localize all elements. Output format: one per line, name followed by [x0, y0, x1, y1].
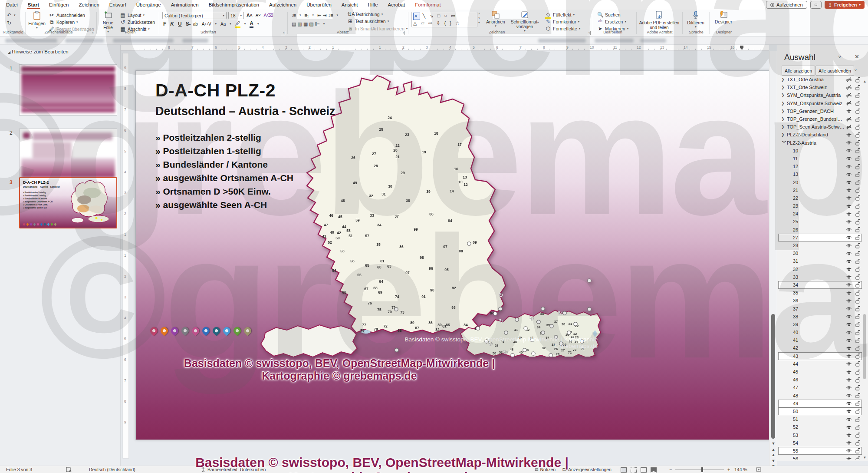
eye-visible-icon[interactable]	[845, 243, 853, 248]
slideshow-view-icon[interactable]	[651, 467, 657, 473]
unlock-icon[interactable]	[853, 85, 862, 90]
unlock-icon[interactable]	[853, 77, 862, 83]
unlock-icon[interactable]	[853, 353, 862, 359]
layer-row-39[interactable]: 39	[778, 321, 862, 328]
eye-visible-icon[interactable]	[845, 314, 853, 319]
unlock-icon[interactable]	[853, 93, 862, 98]
unlock-icon[interactable]	[853, 274, 862, 280]
display-settings[interactable]: 🗔Anzeigeeinstellungen	[562, 467, 612, 472]
menu-tab-überprüfen[interactable]: Überprüfen	[306, 1, 332, 9]
layer-row-TOP_Grenzen_Bundesl_nder_K_[interactable]: ❯TOP_Grenzen_Bundesländer/K...	[778, 115, 862, 123]
collapse-ribbon-chevron[interactable]: ˅	[665, 30, 667, 35]
reset-button[interactable]: ↺Zurücksetzen	[120, 19, 155, 25]
share-button[interactable]: ↥Freigeben▾	[825, 1, 865, 9]
move-down-button[interactable]: ˅	[852, 66, 859, 75]
layer-row-37[interactable]: 37	[778, 304, 862, 312]
layer-row-27[interactable]: 27	[778, 234, 862, 241]
unlock-icon[interactable]	[853, 235, 862, 240]
unlock-icon[interactable]	[853, 345, 862, 351]
eye-visible-icon[interactable]	[845, 369, 853, 375]
eye-visible-icon[interactable]	[845, 227, 853, 232]
unlock-icon[interactable]	[853, 408, 862, 414]
new-slide-button[interactable]: Neue Folie▾	[99, 11, 117, 33]
eye-visible-icon[interactable]	[845, 440, 853, 446]
eye-visible-icon[interactable]	[845, 393, 853, 398]
eye-visible-icon[interactable]	[845, 432, 853, 438]
unlock-icon[interactable]	[853, 361, 862, 367]
comments-button[interactable]	[810, 1, 822, 9]
eye-visible-icon[interactable]	[845, 377, 853, 383]
eye-visible-icon[interactable]	[845, 155, 853, 161]
unlock-icon[interactable]	[853, 282, 862, 288]
eye-visible-icon[interactable]	[845, 345, 853, 351]
previous-slide-button[interactable]: ▲▲	[769, 447, 777, 457]
layer-row-30[interactable]: 30	[778, 249, 862, 257]
slide-editing-surface[interactable]: D-A-CH PLZ-2 Deutschland – Austria - Sch…	[135, 70, 792, 440]
pane-scrollbar-thumb[interactable]	[863, 314, 866, 379]
unlock-icon[interactable]	[853, 377, 862, 383]
pane-scroll-up[interactable]: ▲	[863, 79, 867, 83]
layer-row-24[interactable]: 24	[778, 210, 862, 218]
expand-chevron-icon[interactable]: ❯	[781, 101, 787, 106]
layer-row-26[interactable]: 26	[778, 226, 862, 234]
highlight-color-button[interactable]: 🖊	[235, 20, 240, 28]
align-buttons[interactable]: ▤ ▥ ▦ ▧ ‖≡▾	[292, 21, 325, 27]
menu-tab-datei[interactable]: Datei	[5, 1, 19, 9]
record-button[interactable]: Aufzeichnen	[766, 1, 807, 9]
unlock-icon[interactable]	[853, 314, 862, 319]
layout-button[interactable]: ▤Layout▾	[120, 12, 145, 18]
horizontal-ruler[interactable]: 8765432112345678910111213141516	[121, 45, 769, 51]
unlock-icon[interactable]	[853, 290, 862, 296]
eye-visible-icon[interactable]	[845, 235, 853, 240]
eye-visible-icon[interactable]	[845, 337, 853, 343]
unlock-icon[interactable]	[853, 203, 862, 209]
eye-hidden-icon[interactable]	[845, 100, 853, 106]
eye-visible-icon[interactable]	[845, 148, 853, 153]
reading-view-icon[interactable]	[641, 467, 647, 473]
unlock-icon[interactable]	[853, 100, 862, 106]
unlock-icon[interactable]	[853, 417, 862, 422]
layer-row-32[interactable]: 32	[778, 265, 862, 273]
eye-visible-icon[interactable]	[845, 385, 853, 390]
expand-chevron-icon[interactable]: ❯	[781, 117, 787, 121]
menu-tab-acrobat[interactable]: Acrobat	[387, 1, 406, 9]
unlock-icon[interactable]	[853, 385, 862, 390]
unlock-icon[interactable]	[853, 440, 862, 446]
zoom-slider-track[interactable]	[675, 470, 724, 470]
undo-button[interactable]: ↶▾	[6, 12, 16, 18]
pane-scrollbar[interactable]: ▲ ▼	[863, 79, 867, 460]
dictate-button[interactable]: Diktieren▾	[685, 11, 707, 29]
unlock-icon[interactable]	[853, 219, 862, 225]
layer-row-TOP_Grenzen_DACH[interactable]: ❯TOP_Grenzen_DACH	[778, 107, 862, 115]
layer-row-23[interactable]: 23	[778, 202, 862, 210]
unlock-icon[interactable]	[853, 140, 862, 146]
layer-row-PLZ-2-Deutschland[interactable]: ❯PLZ-2-Deutschland	[778, 131, 862, 139]
menu-tab-einfügen[interactable]: Einfügen	[48, 1, 69, 9]
eye-visible-icon[interactable]	[845, 132, 853, 138]
expand-chevron-icon[interactable]: ❯	[781, 125, 787, 129]
unlock-icon[interactable]	[853, 187, 862, 193]
eye-hidden-icon[interactable]	[845, 77, 853, 83]
layer-row-TOP_Seen_Austria-Schweiz[interactable]: ❯TOP_Seen Austria-Schweiz	[778, 123, 862, 131]
layer-row-TXT_Orte_Austria[interactable]: ❯TXT_Orte Austria	[778, 76, 862, 83]
layer-row-52[interactable]: 52	[778, 423, 862, 431]
expand-chevron-icon[interactable]: ❯	[781, 93, 787, 97]
menu-tab-hilfe[interactable]: Hilfe	[367, 1, 379, 9]
move-up-button[interactable]: ˄	[843, 66, 851, 75]
unlock-icon[interactable]	[853, 448, 862, 453]
unlock-icon[interactable]	[853, 393, 862, 398]
layer-row-53[interactable]: 53	[778, 431, 862, 439]
eye-visible-icon[interactable]	[845, 306, 853, 311]
eye-visible-icon[interactable]	[845, 361, 853, 367]
unlock-icon[interactable]	[853, 456, 862, 460]
unlock-icon[interactable]	[853, 148, 862, 153]
scroll-down-arrow[interactable]: ▼	[769, 441, 777, 446]
unlock-icon[interactable]	[853, 116, 862, 122]
menu-tab-aufzeichnen[interactable]: Aufzeichnen	[268, 1, 297, 9]
menu-tab-entwurf[interactable]: Entwurf	[108, 1, 127, 9]
slide3-thumbnail[interactable]: D-A-CH PLZ-2 Deutschland – Austria - Sch…	[19, 177, 117, 228]
show-all-button[interactable]: Alle anzeigen	[782, 66, 815, 76]
scrollbar-thumb[interactable]	[771, 314, 775, 439]
unlock-icon[interactable]	[853, 424, 862, 430]
font-style-buttons[interactable]: FKUS̶ab̶A⇿V▾Aa▾ 🖊▾ A▾	[163, 21, 259, 27]
